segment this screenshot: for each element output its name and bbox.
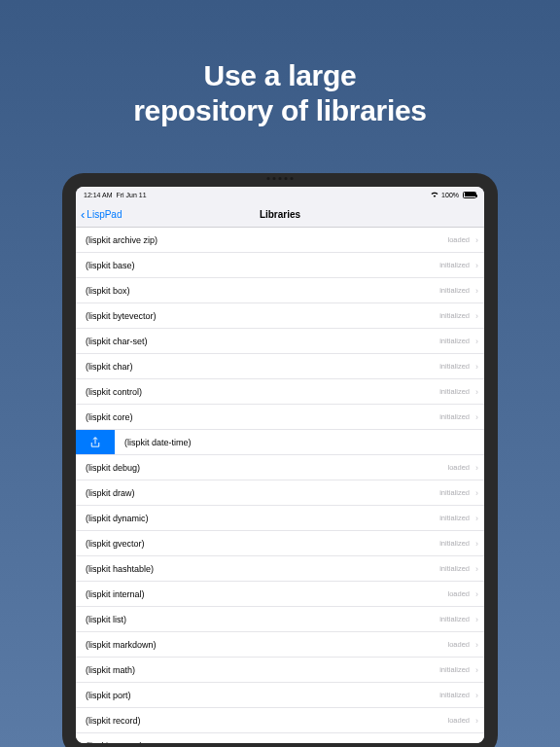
library-name: (lispkit core) bbox=[86, 412, 133, 422]
chevron-right-icon: › bbox=[475, 716, 478, 726]
library-status: loaded bbox=[447, 589, 470, 598]
chevron-right-icon: › bbox=[475, 514, 478, 523]
library-name: (lispkit dynamic) bbox=[86, 514, 149, 523]
chevron-right-icon: › bbox=[475, 640, 478, 650]
row-content: (lispkit debug)loaded bbox=[76, 463, 484, 473]
library-status: initialized bbox=[439, 514, 470, 522]
row-content: (lispkit list)initialized bbox=[76, 615, 484, 624]
library-row[interactable]: (lispkit debug)loaded› bbox=[76, 455, 484, 480]
row-content: (lispkit box)initialized bbox=[76, 286, 484, 296]
library-row[interactable]: (lispkit box)initialized› bbox=[76, 278, 484, 303]
row-content: (lispkit port)initialized bbox=[76, 691, 484, 700]
chevron-right-icon: › bbox=[475, 539, 478, 549]
status-bar: 12:14 AM Fri Jun 11 100% bbox=[76, 187, 484, 202]
library-row[interactable]: (lispkit char)initialized› bbox=[76, 354, 484, 379]
library-name: (lispkit archive zip) bbox=[86, 235, 158, 245]
library-name: (lispkit port) bbox=[86, 691, 131, 700]
row-content: (lispkit dynamic)initialized bbox=[76, 514, 484, 523]
library-row[interactable]: (lispkit markdown)loaded› bbox=[76, 632, 484, 658]
headline-line-1: Use a large bbox=[204, 59, 357, 91]
chevron-left-icon: ‹ bbox=[81, 208, 85, 221]
library-status: initialized bbox=[439, 564, 470, 573]
library-name: (lispkit debug) bbox=[86, 463, 140, 473]
chevron-right-icon: › bbox=[475, 362, 478, 372]
library-row[interactable]: (lispkit regexp)loaded› bbox=[76, 733, 484, 743]
row-content: (lispkit date-time) bbox=[115, 438, 484, 447]
library-name: (lispkit char-set) bbox=[86, 337, 148, 346]
library-status: loaded bbox=[447, 640, 470, 649]
library-status: initialized bbox=[439, 261, 470, 269]
library-status: initialized bbox=[439, 488, 470, 497]
library-name: (lispkit char) bbox=[86, 362, 133, 372]
library-name: (lispkit box) bbox=[86, 286, 130, 296]
swipe-action-share[interactable] bbox=[76, 430, 115, 454]
library-row[interactable]: (lispkit base)initialized› bbox=[76, 253, 484, 278]
library-name: (lispkit base) bbox=[86, 261, 135, 270]
row-content: (lispkit control)initialized bbox=[76, 387, 484, 397]
row-content: (lispkit char)initialized bbox=[76, 362, 484, 372]
library-row[interactable]: (lispkit record)loaded› bbox=[76, 708, 484, 733]
headline-line-2: repository of libraries bbox=[133, 94, 427, 126]
library-list[interactable]: (lispkit archive zip)loaded›(lispkit bas… bbox=[76, 228, 484, 743]
library-name: (lispkit control) bbox=[86, 387, 142, 397]
share-icon bbox=[89, 437, 101, 448]
chevron-right-icon: › bbox=[475, 615, 478, 624]
library-name: (lispkit date-time) bbox=[124, 438, 192, 447]
row-content: (lispkit archive zip)loaded bbox=[76, 235, 484, 245]
row-content: (lispkit regexp)loaded bbox=[76, 741, 484, 744]
library-status: loaded bbox=[447, 741, 470, 743]
library-status: initialized bbox=[439, 691, 470, 699]
library-row[interactable]: (lispkit draw)initialized› bbox=[76, 480, 484, 506]
chevron-right-icon: › bbox=[475, 665, 478, 675]
chevron-right-icon: › bbox=[475, 589, 478, 599]
library-status: loaded bbox=[447, 463, 470, 472]
library-row[interactable]: (lispkit port)initialized› bbox=[76, 683, 484, 708]
library-name: (lispkit list) bbox=[86, 615, 126, 624]
library-row[interactable]: (lispkit archive zip)loaded› bbox=[76, 228, 484, 253]
library-name: (lispkit internal) bbox=[86, 589, 145, 599]
library-name: (lispkit gvector) bbox=[86, 539, 145, 549]
back-label: LispPad bbox=[87, 209, 122, 220]
status-time: 12:14 AM Fri Jun 11 bbox=[84, 192, 147, 198]
row-content: (lispkit draw)initialized bbox=[76, 488, 484, 498]
library-status: loaded bbox=[447, 235, 470, 244]
library-row[interactable]: (lispkit date-time) bbox=[76, 430, 484, 455]
battery-icon bbox=[463, 192, 476, 198]
row-content: (lispkit math)initialized bbox=[76, 665, 484, 675]
chevron-right-icon: › bbox=[475, 463, 478, 473]
library-row[interactable]: (lispkit control)initialized› bbox=[76, 379, 484, 405]
library-name: (lispkit regexp) bbox=[86, 741, 143, 744]
library-status: initialized bbox=[439, 412, 470, 421]
back-button[interactable]: ‹ LispPad bbox=[81, 208, 122, 221]
chevron-right-icon: › bbox=[475, 261, 478, 270]
row-content: (lispkit bytevector)initialized bbox=[76, 311, 484, 321]
chevron-right-icon: › bbox=[475, 387, 478, 397]
page-title: Libraries bbox=[260, 209, 300, 220]
chevron-right-icon: › bbox=[475, 337, 478, 346]
chevron-right-icon: › bbox=[475, 564, 478, 574]
chevron-right-icon: › bbox=[475, 488, 478, 498]
library-row[interactable]: (lispkit math)initialized› bbox=[76, 658, 484, 683]
library-status: initialized bbox=[439, 311, 470, 320]
library-row[interactable]: (lispkit core)initialized› bbox=[76, 405, 484, 430]
chevron-right-icon: › bbox=[475, 286, 478, 296]
library-status: loaded bbox=[447, 716, 470, 725]
library-row[interactable]: (lispkit list)initialized› bbox=[76, 607, 484, 632]
library-status: initialized bbox=[439, 665, 470, 674]
library-name: (lispkit math) bbox=[86, 665, 135, 675]
wifi-icon bbox=[431, 192, 438, 197]
library-row[interactable]: (lispkit char-set)initialized› bbox=[76, 329, 484, 354]
row-content: (lispkit base)initialized bbox=[76, 261, 484, 270]
library-row[interactable]: (lispkit bytevector)initialized› bbox=[76, 303, 484, 329]
library-row[interactable]: (lispkit internal)loaded› bbox=[76, 582, 484, 607]
library-row[interactable]: (lispkit dynamic)initialized› bbox=[76, 506, 484, 531]
library-row[interactable]: (lispkit gvector)initialized› bbox=[76, 531, 484, 556]
library-row[interactable]: (lispkit hashtable)initialized› bbox=[76, 556, 484, 582]
library-name: (lispkit hashtable) bbox=[86, 564, 154, 574]
library-status: initialized bbox=[439, 337, 470, 345]
row-content: (lispkit gvector)initialized bbox=[76, 539, 484, 549]
library-status: initialized bbox=[439, 286, 470, 295]
library-status: initialized bbox=[439, 615, 470, 623]
row-content: (lispkit char-set)initialized bbox=[76, 337, 484, 346]
library-status: initialized bbox=[439, 539, 470, 548]
